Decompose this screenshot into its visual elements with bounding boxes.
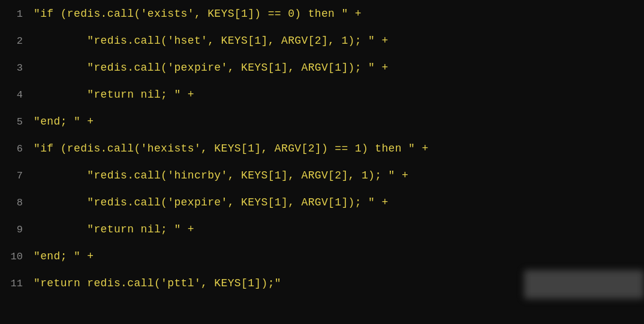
line-number: 8 — [6, 193, 23, 211]
line-content: "redis.call('pexpire', KEYS[1], ARGV[1])… — [34, 59, 389, 77]
line-number: 3 — [6, 59, 23, 77]
line-number: 2 — [6, 32, 23, 50]
code-line: 1"if (redis.call('exists', KEYS[1]) == 0… — [0, 5, 644, 32]
line-number: 5 — [6, 113, 23, 131]
line-content: "end; " + — [34, 113, 94, 131]
line-content: "return nil; " + — [34, 86, 194, 104]
line-content: "if (redis.call('hexists', KEYS[1], ARGV… — [34, 140, 429, 158]
line-content: "end; " + — [34, 248, 94, 266]
line-content: "redis.call('pexpire', KEYS[1], ARGV[1])… — [34, 194, 389, 212]
code-line: 2 "redis.call('hset', KEYS[1], ARGV[2], … — [0, 32, 644, 59]
line-content: "if (redis.call('exists', KEYS[1]) == 0)… — [34, 5, 362, 23]
line-number: 11 — [6, 274, 23, 292]
code-line: 6"if (redis.call('hexists', KEYS[1], ARG… — [0, 140, 644, 166]
line-number: 7 — [6, 166, 23, 184]
line-number: 10 — [6, 247, 23, 265]
line-content: "return nil; " + — [34, 221, 194, 239]
blurred-region — [524, 270, 644, 299]
line-content: "redis.call('hset', KEYS[1], ARGV[2], 1)… — [34, 32, 389, 50]
code-line: 3 "redis.call('pexpire', KEYS[1], ARGV[1… — [0, 59, 644, 86]
code-line: 5"end; " + — [0, 113, 644, 140]
line-number: 1 — [6, 5, 23, 23]
line-number: 4 — [6, 86, 23, 104]
code-line: 8 "redis.call('pexpire', KEYS[1], ARGV[1… — [0, 193, 644, 220]
line-content: "return redis.call('pttl', KEYS[1]);" — [34, 275, 281, 293]
code-editor: 1"if (redis.call('exists', KEYS[1]) == 0… — [0, 0, 644, 324]
code-line: 4 "return nil; " + — [0, 86, 644, 113]
line-content: "redis.call('hincrby', KEYS[1], ARGV[2],… — [34, 167, 408, 185]
line-number: 6 — [6, 140, 23, 158]
code-line: 9 "return nil; " + — [0, 220, 644, 247]
code-line: 7 "redis.call('hincrby', KEYS[1], ARGV[2… — [0, 166, 644, 193]
line-number: 9 — [6, 220, 23, 238]
